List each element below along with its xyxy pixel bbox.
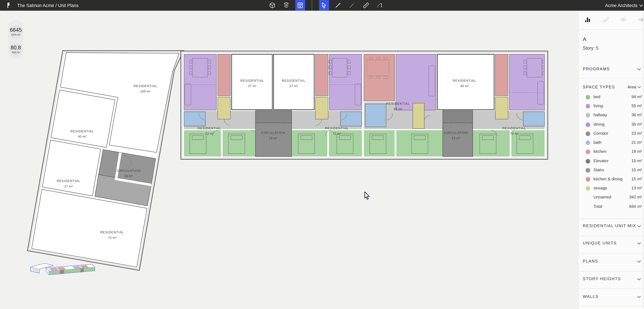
space-type-row[interactable]: storage13 m² (579, 185, 644, 192)
color-dot (586, 140, 590, 145)
label-bar-circulation-right: CIRCULATION (444, 131, 468, 134)
top-bar: The Salmon Acme / Unit Plans (0, 0, 644, 11)
floor-plan-canvas[interactable]: RESIDENTIAL 109 m² RESIDENTIAL 40 m² RES… (0, 0, 644, 309)
nia-stat: 80.8 NIA % (8, 44, 24, 54)
room-bath-right[interactable] (523, 112, 544, 126)
space-type-row[interactable]: Elevator15 m² (579, 158, 644, 164)
space-type-row[interactable]: kitchen & dining15 m² (579, 176, 644, 182)
space-type-row[interactable]: bed94 m² (579, 94, 644, 100)
room-living-83[interactable] (396, 54, 436, 110)
space-type-row[interactable]: dining35 m² (579, 122, 644, 128)
arc-icon (377, 2, 383, 8)
account-menu[interactable]: Acme Architects (605, 0, 643, 11)
nia-label: NIA % (8, 51, 24, 54)
section-space-types: SPACE TYPES (583, 84, 615, 89)
color-dot (586, 113, 590, 118)
eye-icon[interactable] (620, 16, 627, 23)
color-dot (586, 186, 590, 190)
color-dot (586, 132, 590, 136)
svg-text:19 m²: 19 m² (124, 174, 133, 178)
graph-steps-icon[interactable] (602, 16, 609, 23)
divider (579, 29, 644, 30)
room-storage-left[interactable] (218, 97, 230, 119)
space-types-sort[interactable]: Area (628, 84, 641, 89)
space-type-row[interactable]: bath21 m² (579, 140, 644, 146)
chevron-down-icon[interactable] (637, 278, 641, 281)
right-panel: A Story: 5 PROGRAMS SPACE TYPES Area bed… (578, 11, 644, 309)
chart-icon[interactable] (584, 16, 591, 23)
label-bar-72-left: RESIDENTIAL (198, 126, 221, 130)
section-walls[interactable]: WALLS (583, 294, 598, 298)
tool-wall[interactable] (333, 0, 343, 11)
divider (579, 288, 644, 289)
tool-arc[interactable] (375, 0, 385, 11)
room-kitchen-left[interactable] (218, 54, 230, 96)
gfa-label: GFA m² (8, 33, 24, 36)
space-type-row-unnamed[interactable]: Unnamed342 m² (579, 194, 644, 200)
label-wing-72: RESIDENTIAL (100, 230, 124, 234)
toolbar-separator (312, 0, 312, 11)
room-living-left-2[interactable] (330, 54, 362, 110)
plan-view-icon (297, 2, 304, 8)
chevron-down-icon[interactable] (637, 296, 641, 298)
svg-text:27 m²: 27 m² (248, 84, 256, 88)
space-type-row[interactable]: hallway36 m² (579, 112, 644, 118)
tool-measure[interactable] (361, 0, 371, 11)
tool-stories-stack[interactable] (282, 0, 291, 11)
svg-text:19 m²: 19 m² (452, 136, 460, 140)
building-bar (182, 52, 547, 158)
svg-text:40 m²: 40 m² (460, 84, 469, 88)
color-dot (586, 150, 590, 154)
label-wing-109: RESIDENTIAL (134, 84, 157, 88)
dashed-line-icon (349, 2, 355, 8)
chevron-down-icon[interactable] (637, 68, 641, 70)
variant-name[interactable]: A (583, 36, 586, 42)
chevron-down-icon[interactable] (637, 242, 641, 245)
color-dot (586, 177, 590, 182)
section-unique-units[interactable]: UNIQUE UNITS (583, 241, 617, 245)
color-dot (586, 159, 590, 164)
tool-plan-view[interactable] (295, 0, 305, 11)
color-dot (586, 122, 590, 127)
gfa-stat: 6645 GFA m² (8, 27, 24, 36)
cube-icon (269, 2, 276, 8)
pointer-icon (321, 2, 327, 8)
section-programs[interactable]: PROGRAMS (583, 66, 610, 71)
section-plans[interactable]: PLANS (583, 259, 598, 263)
wall-line-icon (335, 2, 341, 8)
tool-select[interactable] (319, 0, 329, 11)
svg-text:72 m²: 72 m² (205, 132, 214, 136)
scrollbar[interactable] (643, 11, 644, 309)
svg-text:109 m²: 109 m² (140, 90, 150, 93)
room-storage-right[interactable] (495, 97, 508, 119)
room-bath-83[interactable] (365, 104, 386, 127)
chevron-down-icon[interactable] (637, 225, 641, 228)
tool-guideline[interactable] (347, 0, 357, 11)
room-kitchen-dining-83[interactable] (364, 54, 395, 101)
room-storage-left-2[interactable] (316, 97, 328, 119)
space-type-row[interactable]: Corridor23 m² (579, 131, 644, 137)
metrics-pill[interactable]: 6645 GFA m² 80.8 NIA % (8, 20, 24, 59)
chevron-down-icon[interactable] (637, 260, 641, 263)
room-wing-residential-40[interactable] (51, 90, 115, 148)
section-residential-unit-mix[interactable]: RESIDENTIAL UNIT MIX (583, 224, 636, 228)
svg-text:72 m²: 72 m² (332, 132, 341, 136)
tool-3d-view[interactable] (267, 0, 277, 11)
divider (579, 218, 644, 219)
finch-logo-icon[interactable] (5, 2, 12, 8)
room-storage-83[interactable] (413, 103, 424, 129)
space-type-row[interactable]: Stairs15 m² (579, 167, 644, 174)
divider (579, 306, 644, 306)
space-type-row[interactable]: kitchen19 m² (579, 149, 644, 155)
divider (579, 236, 644, 236)
section-story-heights[interactable]: STORY HEIGHTS (583, 276, 621, 281)
breadcrumb[interactable]: The Salmon Acme / Unit Plans (17, 0, 78, 11)
nia-value: 80.8 (8, 44, 24, 50)
room-living-left[interactable] (184, 54, 216, 110)
label-bar-40: RESIDENTIAL (453, 79, 476, 82)
space-type-row[interactable]: living55 m² (579, 103, 644, 109)
room-kitchen-right[interactable] (495, 54, 508, 96)
stack-icon (283, 2, 290, 8)
room-kitchen-left-2[interactable] (316, 54, 328, 96)
label-wing-27: RESIDENTIAL (57, 179, 80, 183)
